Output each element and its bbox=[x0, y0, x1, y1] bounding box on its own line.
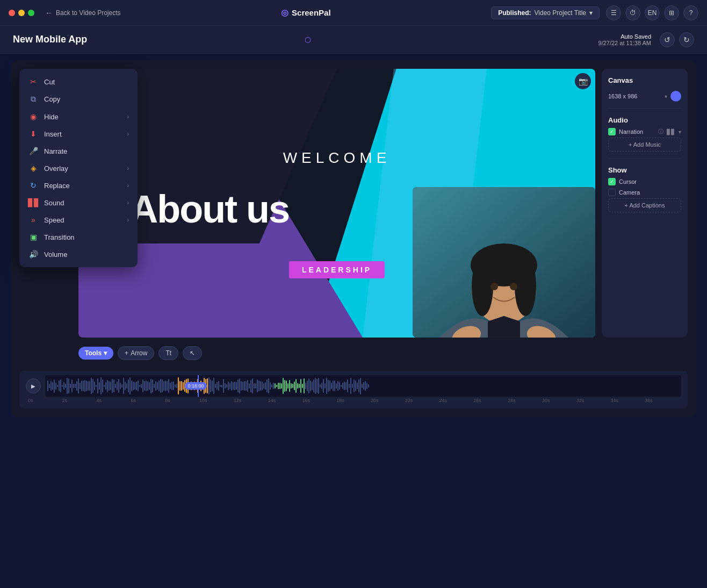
menu-item-speed[interactable]: » Speed › bbox=[19, 211, 138, 228]
publish-dropdown-icon: ▾ bbox=[589, 9, 593, 17]
transition-label: Transition bbox=[44, 233, 129, 241]
svg-point-7 bbox=[515, 257, 536, 316]
editor-row: ✂ Cut ⧉ Copy ◉ Hide › ⬇ Insert › 🎤 Narra… bbox=[19, 69, 688, 338]
timeline-label: 22s bbox=[405, 398, 439, 403]
svg-point-9 bbox=[510, 283, 517, 290]
add-captions-button[interactable]: + Add Captions bbox=[608, 198, 681, 212]
timeline-label: 24s bbox=[439, 398, 474, 403]
redo-button[interactable]: ↻ bbox=[679, 32, 694, 47]
replace-label: Replace bbox=[44, 182, 122, 190]
add-music-button[interactable]: + Add Music bbox=[608, 138, 681, 152]
maximize-button[interactable] bbox=[28, 10, 34, 16]
timeline-label: 18s bbox=[336, 398, 371, 403]
menu-item-narrate[interactable]: 🎤 Narrate bbox=[19, 142, 138, 160]
volume-icon: 🔊 bbox=[28, 250, 39, 259]
tools-button[interactable]: Tools ▾ bbox=[78, 347, 113, 360]
menu-item-copy[interactable]: ⧉ Copy bbox=[19, 90, 138, 108]
camera-snapshot-button[interactable]: 📷 bbox=[575, 73, 591, 89]
help-icon-button[interactable]: ? bbox=[683, 5, 698, 20]
overlay-label: Overlay bbox=[44, 164, 122, 173]
play-button[interactable]: ▶ bbox=[26, 378, 41, 393]
toolbar-row: Tools ▾ + Arrow Tt ↖ bbox=[19, 344, 688, 362]
timeline-label: 34s bbox=[611, 398, 645, 403]
menu-item-transition[interactable]: ▣ Transition bbox=[19, 228, 138, 246]
project-link-icon[interactable]: ⬡ bbox=[305, 35, 311, 44]
playhead-time: 0:16:00 bbox=[185, 382, 206, 390]
cut-icon: ✂ bbox=[28, 77, 39, 86]
cursor-tool-button[interactable]: ↖ bbox=[183, 346, 202, 360]
show-title: Show bbox=[608, 166, 627, 174]
sound-arrow-icon: › bbox=[127, 200, 129, 206]
sound-label: Sound bbox=[44, 199, 122, 207]
text-tool-button[interactable]: Tt bbox=[158, 346, 178, 360]
webcam-person bbox=[413, 187, 595, 338]
speed-icon: » bbox=[28, 216, 39, 224]
svg-point-6 bbox=[472, 257, 493, 316]
menu-item-hide[interactable]: ◉ Hide › bbox=[19, 108, 138, 125]
top-bar: ← Back to Video Projects ◎ ScreenPal Pub… bbox=[0, 0, 707, 26]
cursor-checkbox[interactable]: ✓ bbox=[608, 178, 616, 185]
overlay-icon: ◈ bbox=[28, 164, 39, 173]
narration-more-icon[interactable]: ▾ bbox=[679, 129, 681, 135]
menu-item-volume[interactable]: 🔊 Volume bbox=[19, 246, 138, 263]
arrow-tool-button[interactable]: + Arrow bbox=[118, 346, 154, 360]
timeline-label: 16s bbox=[302, 398, 336, 403]
history-icon-button[interactable]: ⏱ bbox=[625, 5, 640, 20]
insert-label: Insert bbox=[44, 130, 122, 138]
show-section: Show ✓ Cursor Camera + Add Captions bbox=[608, 165, 681, 212]
canvas-title: Canvas bbox=[608, 76, 633, 84]
back-button[interactable]: ← Back to Video Projects bbox=[45, 9, 121, 17]
publish-button[interactable]: Published: Video Project Title ▾ bbox=[491, 6, 600, 19]
menu-item-sound[interactable]: ▊▊ Sound › bbox=[19, 194, 138, 211]
play-icon: ▶ bbox=[31, 383, 35, 389]
auto-saved-label: Auto Saved bbox=[621, 33, 651, 40]
menu-item-overlay[interactable]: ◈ Overlay › bbox=[19, 160, 138, 177]
sound-icon: ▊▊ bbox=[28, 198, 39, 207]
audio-title: Audio bbox=[608, 116, 628, 124]
close-button[interactable] bbox=[9, 10, 15, 16]
back-arrow-icon: ← bbox=[45, 9, 53, 17]
minimize-button[interactable] bbox=[18, 10, 25, 16]
auto-saved-time: 9/27/22 at 11:38 AM bbox=[598, 40, 651, 46]
transition-icon: ▣ bbox=[28, 233, 39, 241]
narration-checkbox[interactable]: ✓ bbox=[608, 128, 616, 135]
timeline-row: ▶ 0:16:00 0s2s4s6s8s10s12s14s16s18s20s22… bbox=[19, 371, 688, 408]
queue-icon-button[interactable]: ☰ bbox=[606, 5, 621, 20]
divider-2 bbox=[608, 158, 681, 159]
menu-item-replace[interactable]: ↻ Replace › bbox=[19, 177, 138, 194]
language-icon-button[interactable]: EN bbox=[645, 5, 660, 20]
video-preview: WELCOME About us LEADERSHIP ‹ bbox=[78, 69, 595, 338]
timeline-label: 28s bbox=[508, 398, 542, 403]
timeline-label: 26s bbox=[473, 398, 508, 403]
speed-arrow-icon: › bbox=[127, 217, 129, 223]
cursor-tool-icon: ↖ bbox=[190, 349, 195, 357]
replace-arrow-icon: › bbox=[127, 183, 129, 189]
camera-row: Camera bbox=[608, 189, 681, 196]
insert-icon: ⬇ bbox=[28, 130, 39, 138]
timeline-track[interactable]: 0:16:00 bbox=[45, 375, 681, 397]
canvas-toggle[interactable] bbox=[670, 91, 681, 102]
project-bar: New Mobile App ⬡ Auto Saved 9/27/22 at 1… bbox=[0, 26, 707, 54]
hide-icon: ◉ bbox=[28, 112, 39, 121]
top-icons: ☰ ⏱ EN ⊞ ? bbox=[606, 5, 698, 20]
right-panel: Canvas 1638 x 986 ▾ Audio ✓ Narration ⓘ … bbox=[602, 69, 688, 338]
text-label: Tt bbox=[165, 349, 171, 357]
timeline-labels: 0s2s4s6s8s10s12s14s16s18s20s22s24s26s28s… bbox=[26, 397, 681, 404]
narration-audio-icon: ▊▊ bbox=[667, 129, 675, 135]
publish-value: Video Project Title bbox=[535, 9, 587, 17]
narrate-label: Narrate bbox=[44, 147, 129, 155]
timeline-label: 10s bbox=[199, 398, 234, 403]
volume-label: Volume bbox=[44, 250, 129, 259]
camera-checkbox[interactable] bbox=[608, 189, 616, 196]
webcam-overlay bbox=[413, 187, 595, 338]
canvas-dropdown-icon[interactable]: ▾ bbox=[665, 94, 667, 99]
layers-icon-button[interactable]: ⊞ bbox=[664, 5, 679, 20]
narration-row: ✓ Narration ⓘ ▊▊ ▾ bbox=[608, 128, 681, 135]
camera-label: Camera bbox=[619, 189, 640, 196]
leadership-badge: LEADERSHIP bbox=[289, 261, 385, 278]
context-menu: ✂ Cut ⧉ Copy ◉ Hide › ⬇ Insert › 🎤 Narra… bbox=[19, 69, 138, 267]
menu-item-cut[interactable]: ✂ Cut bbox=[19, 73, 138, 90]
undo-button[interactable]: ↺ bbox=[660, 32, 675, 47]
menu-item-insert[interactable]: ⬇ Insert › bbox=[19, 125, 138, 142]
svg-point-8 bbox=[490, 283, 498, 290]
